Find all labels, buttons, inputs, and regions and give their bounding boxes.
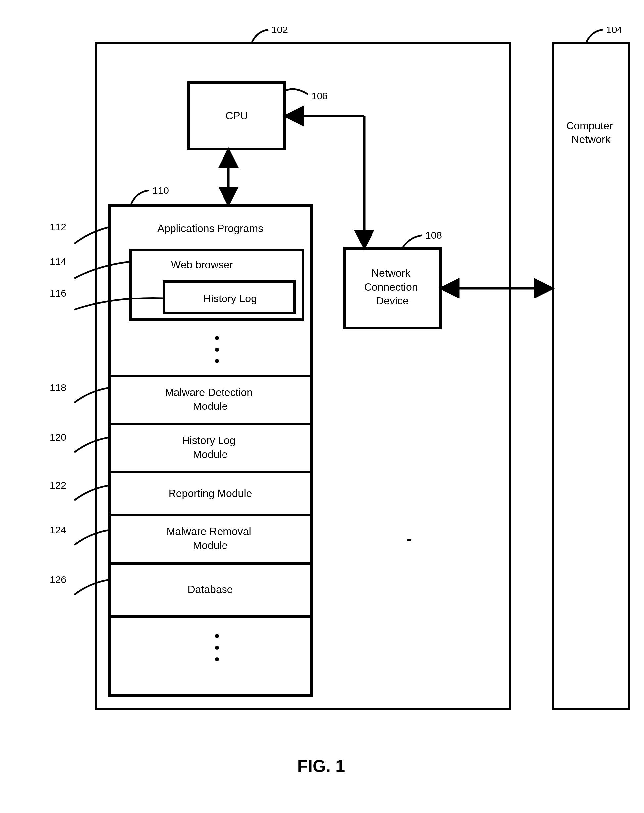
dots-lower	[215, 657, 219, 661]
dots-upper	[215, 336, 219, 340]
leader-102	[252, 30, 268, 43]
ncd-label-l2: Connection	[364, 281, 418, 293]
leader-116	[75, 298, 164, 310]
dots-lower	[215, 634, 219, 638]
leader-108	[402, 235, 422, 249]
database-label: Database	[188, 583, 233, 595]
malware-det-label-l1: Malware Detection	[165, 386, 252, 398]
leader-110	[131, 190, 149, 206]
history-log-label: History Log	[203, 293, 257, 304]
history-mod-label-l1: History Log	[182, 434, 236, 446]
leader-112	[75, 227, 109, 244]
leader-124	[75, 530, 109, 545]
figure-label: FIG. 1	[297, 756, 345, 776]
ref-106: 106	[311, 91, 328, 101]
svg-text:Malware Removal
    Module: Malware Removal Module	[167, 525, 254, 551]
leader-126	[75, 580, 109, 595]
computer-network-label-l2: Network	[572, 133, 610, 146]
ref-120: 120	[50, 432, 66, 443]
dots-upper	[215, 348, 219, 351]
ref-104: 104	[606, 24, 623, 35]
ref-124: 124	[50, 525, 66, 535]
ncd-label-l1: Network	[372, 267, 411, 279]
ref-108: 108	[425, 230, 442, 241]
ref-126: 126	[50, 574, 66, 585]
computer-network-label-l1: Computer	[566, 120, 613, 132]
dots-lower	[215, 646, 219, 650]
malware-rem-label-l2: Module	[193, 539, 228, 551]
apps-label: Applications Programs	[157, 222, 263, 234]
leader-114	[75, 262, 131, 278]
malware-det-label-l2: Module	[193, 400, 228, 412]
history-mod-label-l2: Module	[193, 448, 228, 460]
ref-118: 118	[50, 382, 66, 393]
ncd-label-l3: Device	[376, 295, 408, 307]
reporting-label: Reporting Module	[168, 487, 252, 499]
leader-122	[75, 485, 109, 500]
svg-text:History Log
    Module: History Log Module	[182, 434, 239, 460]
web-browser-label: Web browser	[171, 259, 233, 271]
svg-text:Network
    Connection
    Dev: Network Connection Device	[364, 267, 421, 307]
leader-118	[75, 388, 109, 402]
ref-110: 110	[152, 185, 169, 196]
ref-116: 116	[50, 288, 66, 299]
svg-text:Computer
    Network: Computer Network	[566, 120, 615, 146]
cpu-label: CPU	[225, 110, 248, 121]
figure-1-diagram: Computer Network CPU Network Connection …	[0, 0, 644, 813]
malware-rem-label-l1: Malware Removal	[167, 525, 251, 537]
dots-upper	[215, 359, 219, 363]
svg-text:Malware Detection
    Module: Malware Detection Module	[165, 386, 255, 412]
leader-120	[75, 437, 109, 452]
ref-122: 122	[50, 480, 66, 491]
ref-102: 102	[272, 24, 288, 35]
ref-114: 114	[50, 256, 66, 267]
ref-112: 112	[50, 221, 66, 232]
leader-106	[285, 89, 308, 94]
leader-104	[586, 30, 603, 43]
